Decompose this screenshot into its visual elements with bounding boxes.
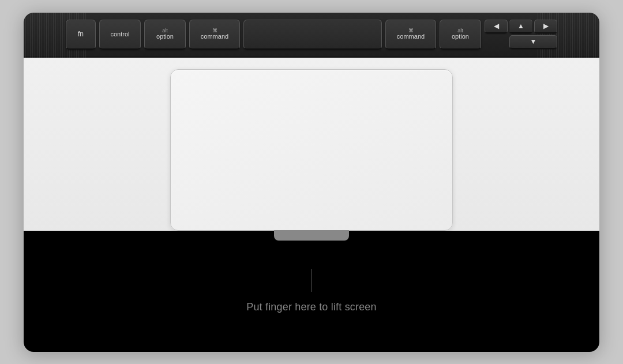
- arrow-down-key[interactable]: ▼: [509, 35, 557, 49]
- arrow-left-key[interactable]: ◀: [485, 20, 508, 33]
- option-right-label: option: [452, 33, 469, 40]
- arrow-cluster: ◀ ▲ ▶ ▼: [485, 20, 557, 49]
- lift-area: Put finger here to lift screen: [24, 231, 599, 352]
- command-right-label: command: [397, 33, 425, 40]
- arrow-top-row: ◀ ▲ ▶: [485, 20, 557, 33]
- laptop-body: fn control alt option ⌘ command ⌘ comman…: [23, 12, 600, 352]
- arrow-right-icon: ▶: [543, 22, 549, 31]
- arrow-left-icon: ◀: [494, 22, 499, 31]
- command-left-key[interactable]: ⌘ command: [189, 20, 240, 50]
- fn-key[interactable]: fn: [66, 20, 96, 50]
- command-right-key[interactable]: ⌘ command: [385, 20, 436, 50]
- lift-line: [312, 269, 312, 292]
- arrow-up-icon: ▲: [517, 22, 524, 31]
- main-area: [24, 58, 599, 231]
- keyboard-top-row: fn control alt option ⌘ command ⌘ comman…: [24, 13, 599, 58]
- arrow-down-icon: ▼: [530, 37, 537, 46]
- arrow-right-key[interactable]: ▶: [534, 20, 557, 33]
- arrow-down-row: ▼: [485, 35, 557, 49]
- trackpad[interactable]: [170, 69, 453, 231]
- arrow-up-key[interactable]: ▲: [509, 20, 532, 32]
- command-left-label: command: [201, 33, 228, 40]
- lift-instruction: Put finger here to lift screen: [246, 301, 377, 313]
- control-label: control: [110, 31, 129, 37]
- spacebar-key[interactable]: [243, 20, 382, 50]
- option-right-key[interactable]: alt option: [440, 20, 481, 50]
- keys-row: fn control alt option ⌘ command ⌘ comman…: [33, 20, 590, 50]
- control-key[interactable]: control: [99, 20, 141, 50]
- option-left-key[interactable]: alt option: [144, 20, 186, 50]
- option-left-label: option: [156, 33, 174, 40]
- fn-label: fn: [78, 30, 84, 38]
- lift-tab[interactable]: [274, 230, 349, 241]
- arrow-up-down-key: ▲: [509, 20, 532, 33]
